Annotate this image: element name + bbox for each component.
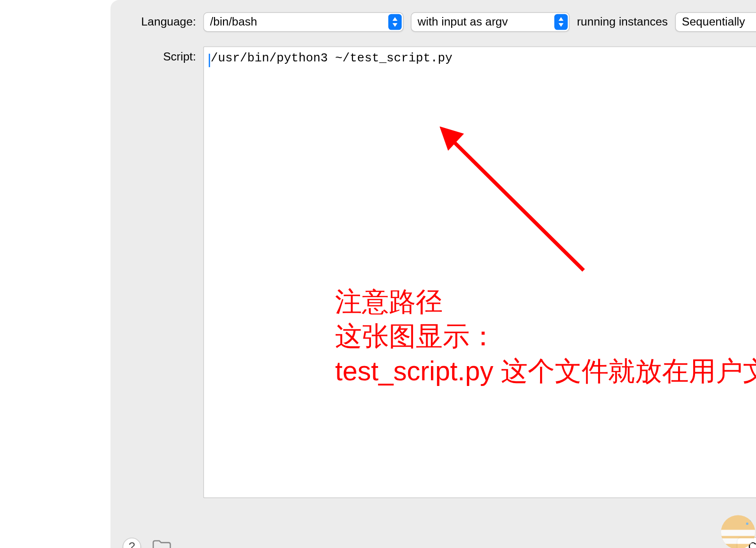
- annotation-line1: 注意路径: [335, 284, 756, 319]
- instances-select[interactable]: Sequentially: [675, 12, 756, 32]
- help-button[interactable]: ?: [123, 538, 141, 548]
- instances-value: Sequentially: [682, 15, 745, 28]
- preferences-window: Language: /bin/bash with input as argv r…: [111, 0, 756, 548]
- script-content: /usr/bin/python3 ~/test_script.py: [211, 51, 453, 66]
- text-cursor: [209, 54, 210, 67]
- language-select-value: /bin/bash: [210, 15, 257, 28]
- input-mode-select[interactable]: with input as argv: [411, 12, 570, 32]
- annotation-line3: test_script.py 这个文件就放在用户文件夹下: [335, 354, 756, 389]
- svg-line-0: [449, 137, 584, 271]
- annotation-line2: 这张图显示：: [335, 319, 756, 354]
- svg-point-2: [746, 522, 748, 525]
- reveal-folder-button[interactable]: [151, 538, 173, 548]
- annotation-arrow: [439, 126, 623, 285]
- folder-icon: [152, 539, 172, 548]
- watermark: PKMER: [721, 515, 756, 548]
- script-label: Script:: [123, 46, 196, 63]
- script-textarea[interactable]: /usr/bin/python3 ~/test_script.py 注意路径 这…: [203, 46, 756, 498]
- svg-point-3: [750, 519, 753, 522]
- input-mode-value: with input as argv: [418, 15, 508, 28]
- updown-icon: [388, 14, 402, 30]
- language-label: Language:: [123, 15, 196, 28]
- bottom-bar: ? Cancel Save: [123, 537, 756, 548]
- running-instances-label: running instances: [577, 15, 668, 28]
- script-row: Script: /usr/bin/python3 ~/test_script.p…: [123, 46, 756, 498]
- language-select[interactable]: /bin/bash: [203, 12, 404, 32]
- annotation-text: 注意路径 这张图显示： test_script.py 这个文件就放在用户文件夹下: [335, 284, 756, 389]
- bottom-left-group: ?: [123, 538, 173, 548]
- top-config-row: Language: /bin/bash with input as argv r…: [123, 12, 756, 32]
- svg-marker-1: [439, 126, 464, 151]
- watermark-logo-icon: [721, 515, 755, 548]
- updown-icon: [554, 14, 567, 30]
- help-icon: ?: [129, 540, 135, 548]
